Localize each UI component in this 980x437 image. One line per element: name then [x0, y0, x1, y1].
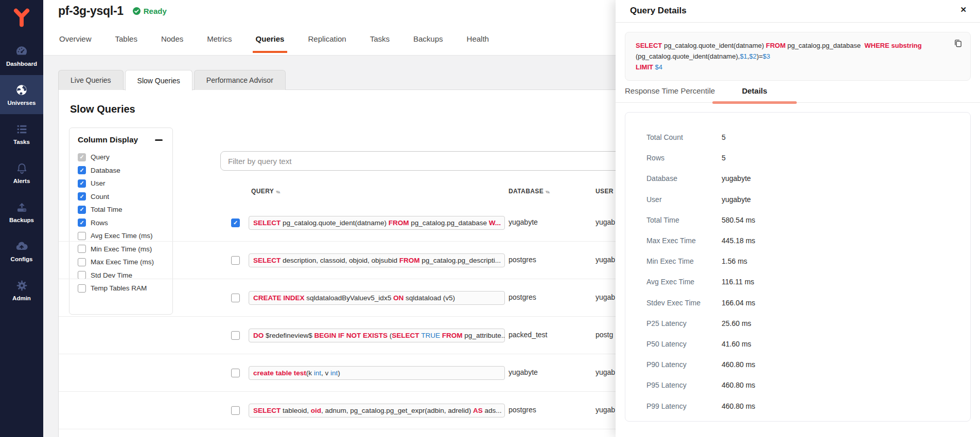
sidebar-item-tasks[interactable]: Tasks	[0, 114, 43, 153]
sidebar-nav: DashboardUniversesTasksAlertsBackupsConf…	[0, 36, 43, 309]
app-root: { "sidebar": { "items": [ { "label": "Da…	[0, 0, 980, 437]
tab-overview[interactable]: Overview	[58, 31, 93, 55]
user-cell: yugab	[596, 293, 615, 301]
detail-label: User	[646, 195, 722, 204]
detail-label: P99 Latency	[646, 402, 722, 410]
query-details-panel: Query Details ✕ SELECT pg_catalog.quote_…	[616, 0, 980, 437]
tab-replication[interactable]: Replication	[307, 31, 347, 55]
column-header-user[interactable]: USER	[596, 188, 614, 195]
sql-statement-box: SELECT pg_catalog.quote_ident(datname) F…	[625, 32, 971, 81]
user-cell: yugab	[596, 256, 615, 264]
tab-nodes[interactable]: Nodes	[160, 31, 184, 55]
database-cell: yugabyte	[509, 218, 538, 226]
sidebar-item-backups[interactable]: Backups	[0, 192, 43, 231]
query-filter-input[interactable]	[220, 151, 675, 171]
sidebar: DashboardUniversesTasksAlertsBackupsConf…	[0, 0, 43, 437]
page-title: pf-3g-ysql-1	[58, 4, 124, 18]
query-cell[interactable]: SELECT tableoid, oid, adnum, pg_catalog.…	[249, 404, 505, 417]
detail-row-p95-latency: P95 Latency460.80 ms	[625, 375, 970, 395]
detail-value: 41.60 ms	[722, 340, 751, 348]
subtab-performance-advisor[interactable]: Performance Advisor	[194, 70, 286, 90]
query-cell[interactable]: SELECT pg_catalog.quote_ident(datname) F…	[249, 216, 505, 230]
row-checkbox[interactable]	[231, 294, 240, 302]
detail-row-max-exec-time: Max Exec Time445.18 ms	[625, 230, 970, 251]
row-checkbox[interactable]	[231, 219, 240, 227]
sql-line: SELECT pg_catalog.quote_ident(datname) F…	[636, 40, 946, 51]
detail-value: 460.80 ms	[722, 402, 755, 410]
subtab-live-queries[interactable]: Live Queries	[58, 70, 124, 90]
sidebar-item-label: Tasks	[13, 139, 30, 145]
user-cell: yugab	[596, 218, 615, 226]
query-cell[interactable]: SELECT description, classoid, objoid, ob…	[249, 253, 505, 267]
yugabyte-logo[interactable]	[0, 0, 43, 36]
tab-metrics[interactable]: Metrics	[206, 31, 233, 55]
subtab-slow-queries[interactable]: Slow Queries	[125, 70, 192, 90]
row-checkbox[interactable]	[231, 369, 240, 377]
row-checkbox[interactable]	[231, 256, 240, 265]
query-cell[interactable]: DO $redefineview$ BEGIN IF NOT EXISTS (S…	[249, 329, 505, 342]
sidebar-item-label: Configs	[11, 256, 33, 262]
row-checkbox[interactable]	[231, 406, 240, 415]
query-cell[interactable]: create table test(k int, v int)	[249, 366, 505, 380]
column-display-option-query: Query	[78, 151, 164, 164]
detail-label: Stdev Exec Time	[646, 299, 722, 307]
query-cell[interactable]: CREATE INDEX sqldataloadByValuev5_idx5 O…	[249, 291, 505, 305]
admin-icon	[15, 279, 28, 292]
tab-tables[interactable]: Tables	[114, 31, 138, 55]
close-icon[interactable]: ✕	[960, 5, 967, 14]
sidebar-item-configs[interactable]: Configs	[0, 231, 43, 270]
collapse-minus-icon[interactable]	[155, 135, 164, 144]
details-tabs: Response Time Percentile Details	[616, 80, 980, 103]
column-header-database[interactable]: DATABASE▾▴	[509, 188, 549, 195]
tab-details[interactable]: Details	[712, 86, 797, 95]
checkbox[interactable]	[78, 179, 86, 188]
detail-row-avg-exec-time: Avg Exec Time116.11 ms	[625, 271, 970, 292]
sidebar-item-alerts[interactable]: Alerts	[0, 153, 43, 192]
status-badge: Ready	[133, 7, 167, 15]
detail-value: 116.11 ms	[722, 278, 754, 286]
sidebar-item-dashboard[interactable]: Dashboard	[0, 36, 43, 75]
queries-subtabs: Live QueriesSlow QueriesPerformance Advi…	[58, 70, 286, 90]
detail-value: 580.54 ms	[722, 216, 755, 224]
detail-row-p99-latency: P99 Latency460.80 ms	[625, 395, 970, 416]
status-label: Ready	[144, 7, 167, 15]
detail-label: P50 Latency	[646, 340, 722, 348]
detail-value: 445.18 ms	[722, 236, 755, 245]
detail-value: 166.04 ms	[722, 299, 755, 307]
detail-value: yugabyte	[722, 174, 751, 183]
sidebar-item-admin[interactable]: Admin	[0, 270, 43, 309]
column-display-title: Column Display	[78, 135, 138, 144]
checkbox[interactable]	[78, 166, 86, 174]
tab-backups[interactable]: Backups	[412, 31, 444, 55]
detail-label: P95 Latency	[646, 381, 722, 389]
sql-line: LIMIT $4	[636, 62, 946, 72]
sidebar-item-label: Admin	[12, 295, 31, 301]
copy-icon[interactable]	[953, 39, 963, 50]
user-cell: yugab	[596, 406, 615, 414]
detail-row-stdev-exec-time: Stdev Exec Time166.04 ms	[625, 293, 970, 313]
details-card: Total Count5Rows5DatabaseyugabyteUseryug…	[625, 112, 971, 422]
tab-health[interactable]: Health	[466, 31, 490, 55]
row-checkbox[interactable]	[231, 331, 240, 340]
check-circle-icon	[133, 7, 141, 15]
tab-tasks[interactable]: Tasks	[369, 31, 391, 55]
yugabyte-logo-icon	[11, 7, 32, 29]
sidebar-item-universes[interactable]: Universes	[0, 75, 43, 114]
column-display-option-database: Database	[78, 164, 164, 177]
detail-label: Avg Exec Time	[646, 278, 722, 286]
detail-label: Min Exec Time	[646, 257, 722, 265]
sort-icons[interactable]: ▾▴	[546, 189, 549, 194]
column-header-query[interactable]: QUERY▾▴	[251, 188, 279, 195]
detail-row-database: Databaseyugabyte	[625, 168, 970, 189]
details-title: Query Details	[630, 6, 687, 16]
tab-queries[interactable]: Queries	[255, 31, 286, 55]
sort-icons[interactable]: ▾▴	[276, 189, 279, 194]
universe-tabs: OverviewTablesNodesMetricsQueriesReplica…	[58, 31, 490, 55]
checkbox-label: Database	[91, 167, 120, 174]
tab-response-time-percentile[interactable]: Response Time Percentile	[625, 86, 715, 95]
checkbox-label: User	[91, 179, 106, 187]
details-header: Query Details ✕	[616, 0, 980, 23]
detail-row-p50-latency: P50 Latency41.60 ms	[625, 334, 970, 354]
sql-line: (pg_catalog.quote_ident(datname),$1,$2)=…	[636, 51, 946, 62]
database-cell: yugabyte	[509, 368, 538, 376]
